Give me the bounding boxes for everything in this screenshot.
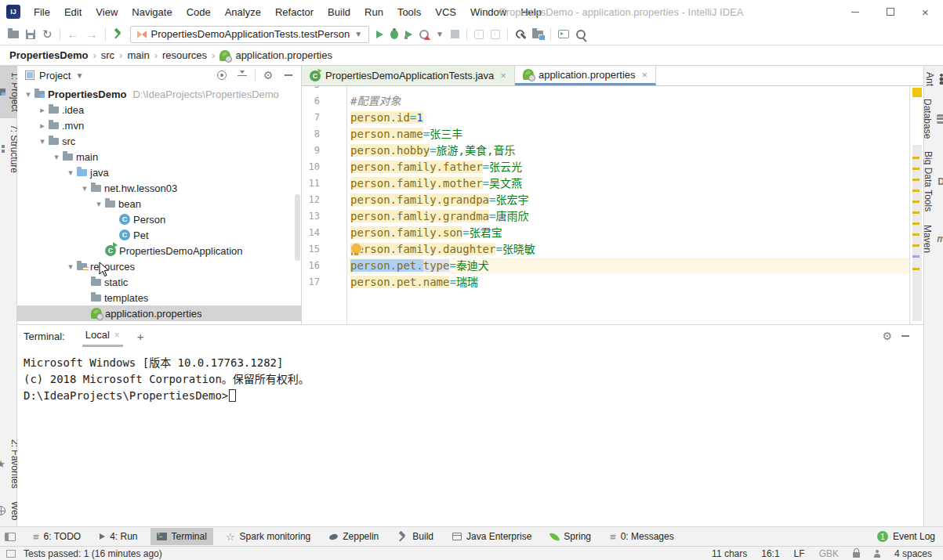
tool-window-button-0-messages[interactable]: ≡0: Messages [604,528,680,545]
forward-icon[interactable]: → [86,28,98,40]
tool-window-button-spring[interactable]: Spring [544,528,597,545]
code-line-11[interactable]: person.family.mother=吴文燕 [347,175,909,192]
tree-expand-arrow[interactable]: ▾ [92,199,105,209]
code-line-15[interactable]: person.family.daughter=张晓敏 [347,241,909,258]
stripe-item-ant[interactable]: Ant [924,66,943,92]
menu-item-analyze[interactable]: Analyze [218,0,268,23]
breadcrumb-item[interactable]: main [127,49,149,61]
code-line-9[interactable]: person.hobby=旅游,美食,音乐 [347,143,909,159]
code-line-7[interactable]: person.id=1 [347,110,909,126]
tree-row-java[interactable]: ▾java [17,164,301,180]
close-icon[interactable]: × [642,69,648,81]
terminal-output[interactable]: Microsoft Windows [版本 10.0.17763.1282](c… [17,347,923,526]
code-line-5[interactable] [347,86,909,93]
tree-row-resources[interactable]: ▾resources [17,258,301,274]
tree-row-static[interactable]: static [17,274,301,290]
minimize-button[interactable] [837,0,872,23]
status-widget[interactable]: 11 chars [712,548,747,559]
terminal-settings-icon[interactable]: ⚙ [882,331,892,341]
tool-window-button-spark-monitoring[interactable]: ☆Spark monitoring [219,528,317,545]
back-icon[interactable]: ← [67,28,79,40]
maximize-button[interactable] [872,0,908,23]
locate-file-button[interactable] [214,70,230,80]
menu-item-tools[interactable]: Tools [390,0,428,23]
tree-row-propertiesdemo[interactable]: ▾PropertiesDemoD:\IdeaProjects\Propertie… [17,86,301,102]
inspection-indicator[interactable] [912,88,922,97]
code-line-17[interactable]: person.pet.name=瑞瑞 [347,274,909,291]
error-stripe[interactable] [909,86,923,324]
tree-row--idea[interactable]: ▸.idea [17,102,301,117]
debug-button[interactable] [390,30,398,39]
tests-passed-status[interactable]: Tests passed: 1 (16 minutes ago) [24,548,162,559]
tree-expand-arrow[interactable]: ▾ [78,183,91,193]
code-line-12[interactable]: person.family.grandpa=张宏宇 [347,192,909,208]
profiler-dropdown-icon[interactable]: ▼ [436,30,444,38]
warning-mark[interactable] [912,244,919,247]
new-terminal-button[interactable]: + [137,330,144,343]
close-icon[interactable]: × [500,70,506,81]
warning-mark[interactable] [912,222,919,225]
status-window-icon[interactable] [6,550,16,558]
build-hammer-icon[interactable] [113,29,123,39]
tree-row-bean[interactable]: ▾bean [17,196,301,211]
menu-item-vcs[interactable]: VCS [428,0,463,23]
stripe-item-maven[interactable]: mMaven [922,219,943,259]
open-icon[interactable] [8,31,19,38]
tree-expand-arrow[interactable]: ▾ [64,168,77,178]
tree-row-propertiesdemoapplication[interactable]: PropertiesDemoApplication [17,243,301,258]
terminal-tab-local[interactable]: Local × [82,325,123,347]
tree-expand-arrow[interactable]: ▾ [22,89,34,99]
menu-item-build[interactable]: Build [321,0,357,23]
tool-window-button-4-run[interactable]: 4: Run [93,528,143,545]
tree-row-person[interactable]: Person [17,211,301,227]
run-button[interactable] [376,31,383,38]
tool-window-button-java-enterprise[interactable]: Java Enterprise [446,528,538,545]
intention-bulb-icon[interactable] [351,244,361,254]
tree-row-net-hw-lesson03[interactable]: ▾net.hw.lesson03 [17,180,301,196]
editor-tab-propertiesdemoapplicationtests-java[interactable]: PropertiesDemoApplicationTests.java× [302,66,515,85]
tool-window-button-build[interactable]: Build [391,528,440,545]
tree-expand-arrow[interactable]: ▾ [36,136,49,146]
warning-mark[interactable] [912,157,919,159]
warning-mark[interactable] [912,211,919,214]
warning-mark[interactable] [912,233,919,236]
tree-row-templates[interactable]: templates [17,290,301,305]
search-everywhere-icon[interactable] [576,30,586,39]
breadcrumb-item[interactable]: resources [162,49,207,61]
project-view-selector[interactable]: Project ▼ [25,70,83,81]
menu-item-refactor[interactable]: Refactor [268,0,321,23]
menu-item-code[interactable]: Code [180,0,218,23]
tree-scrollbar[interactable] [295,194,300,261]
tree-row--mvn[interactable]: ▸.mvn [17,117,301,133]
project-structure-icon[interactable] [532,31,543,38]
save-icon[interactable] [26,30,35,39]
editor-code[interactable]: #配置对象person.id=1person.name=张三丰person.ho… [347,86,909,324]
code-line-13[interactable]: person.famliy.grandma=唐雨欣 [347,208,909,225]
stripe-item-big-data-tools[interactable]: DBig Data Tools [923,145,943,218]
gear-icon[interactable]: ⚙ [260,70,276,81]
code-line-6[interactable]: #配置对象 [347,93,909,110]
tree-row-src[interactable]: ▾src [17,133,301,149]
close-icon[interactable]: × [114,330,120,341]
breadcrumb-item[interactable]: application.properties [235,49,332,61]
hide-panel-button[interactable] [281,74,296,76]
warning-mark[interactable] [912,268,919,270]
breadcrumb-item[interactable]: PropertiesDemo [9,49,88,61]
tree-row-application-properties[interactable]: application.properties [17,305,301,321]
code-pane[interactable]: 567891011121314151617 #配置对象person.id=1pe… [302,86,909,324]
status-widget[interactable]: 4 spaces [894,548,932,559]
stripe-item-database[interactable]: Database [922,92,943,145]
close-button[interactable]: × [908,0,943,23]
event-log-button[interactable]: 1 Event Log [877,531,935,542]
menu-item-file[interactable]: File [27,0,57,23]
tool-window-button-6-todo[interactable]: ≡6: TODO [27,528,87,545]
user-icon[interactable] [874,551,880,558]
status-widget[interactable]: GBK [819,548,839,559]
profiler-button[interactable] [419,30,429,39]
breadcrumb-item[interactable]: src [101,49,114,61]
menu-item-view[interactable]: View [89,0,125,23]
tool-window-button-zeppelin[interactable]: Zeppelin [323,528,385,545]
code-line-10[interactable]: person.family.father=张云光 [347,159,909,175]
code-line-16[interactable]: person.pet.type=泰迪犬 [347,258,909,274]
tree-expand-arrow[interactable]: ▸ [36,121,49,131]
